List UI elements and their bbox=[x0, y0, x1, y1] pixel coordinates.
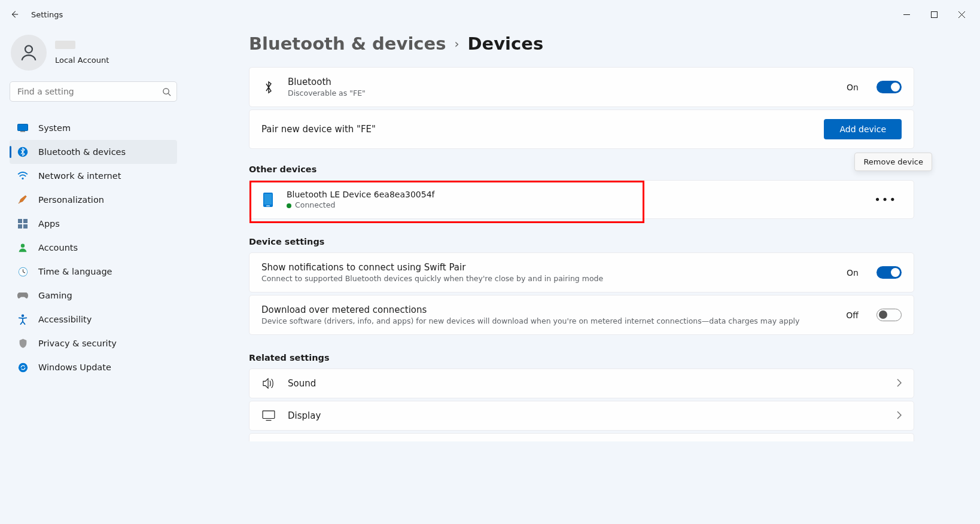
bluetooth-icon bbox=[17, 146, 29, 158]
section-related-settings: Related settings bbox=[249, 353, 914, 362]
swift-pair-toggle[interactable] bbox=[876, 266, 902, 279]
svg-point-11 bbox=[22, 178, 23, 179]
nav-item-bluetooth[interactable]: Bluetooth & devices bbox=[10, 140, 177, 164]
profile-subtitle: Local Account bbox=[55, 56, 109, 65]
svg-point-16 bbox=[21, 244, 25, 248]
nav-item-update[interactable]: Windows Update bbox=[10, 355, 177, 379]
swift-pair-state: On bbox=[847, 268, 859, 278]
accessibility-icon bbox=[17, 313, 29, 325]
window-title: Settings bbox=[31, 10, 63, 19]
svg-rect-8 bbox=[18, 124, 28, 131]
nav-label: Gaming bbox=[38, 291, 72, 300]
nav-label: Time & language bbox=[38, 267, 112, 276]
brush-icon bbox=[17, 194, 29, 206]
pair-device-card: Pair new device with "FE" Add device bbox=[249, 109, 914, 149]
monitor-icon bbox=[261, 410, 276, 421]
apps-icon bbox=[17, 218, 29, 230]
nav-item-network[interactable]: Network & internet bbox=[10, 164, 177, 188]
chevron-right-icon: › bbox=[454, 36, 459, 51]
svg-rect-24 bbox=[264, 194, 272, 205]
metered-card: Download over metered connections Device… bbox=[249, 295, 914, 335]
nav-item-accounts[interactable]: Accounts bbox=[10, 236, 177, 260]
device-more-button[interactable]: ••• bbox=[869, 191, 902, 208]
sidebar: Local Account System Bluetooth & devices… bbox=[0, 29, 185, 524]
svg-rect-15 bbox=[23, 224, 28, 229]
svg-point-5 bbox=[25, 45, 32, 53]
swift-pair-card: Show notifications to connect using Swif… bbox=[249, 252, 914, 293]
nav-label: Windows Update bbox=[38, 362, 111, 372]
nav-label: Accessibility bbox=[38, 315, 92, 324]
system-icon bbox=[17, 122, 29, 134]
nav-label: Apps bbox=[38, 219, 60, 229]
nav-label: Bluetooth & devices bbox=[38, 147, 126, 157]
breadcrumb-parent[interactable]: Bluetooth & devices bbox=[249, 33, 446, 54]
swift-pair-sub: Connect to supported Bluetooth devices q… bbox=[261, 274, 835, 283]
add-device-button[interactable]: Add device bbox=[824, 119, 902, 139]
phone-icon bbox=[261, 192, 275, 208]
nav-item-time[interactable]: Time & language bbox=[10, 260, 177, 284]
maximize-button[interactable] bbox=[920, 5, 948, 24]
svg-line-7 bbox=[168, 93, 171, 96]
svg-rect-2 bbox=[931, 11, 937, 17]
metered-toggle[interactable] bbox=[876, 309, 902, 321]
svg-rect-14 bbox=[18, 224, 22, 229]
bluetooth-toggle-card: Bluetooth Discoverable as "FE" On bbox=[249, 67, 914, 107]
main-content: Bluetooth & devices › Devices Bluetooth … bbox=[185, 29, 980, 524]
nav-item-apps[interactable]: Apps bbox=[10, 212, 177, 236]
wifi-icon bbox=[17, 170, 29, 182]
update-icon bbox=[17, 361, 29, 373]
bluetooth-title: Bluetooth bbox=[288, 77, 835, 87]
pair-text: Pair new device with "FE" bbox=[261, 124, 812, 135]
bluetooth-toggle[interactable] bbox=[876, 81, 902, 93]
nav-label: System bbox=[38, 123, 71, 133]
device-status: Connected bbox=[287, 200, 857, 209]
device-name: Bluetooth LE Device 6ea8ea30054f bbox=[287, 190, 857, 199]
bluetooth-sub: Discoverable as "FE" bbox=[288, 89, 835, 98]
swift-pair-title: Show notifications to connect using Swif… bbox=[261, 262, 835, 273]
profile-block[interactable]: Local Account bbox=[10, 32, 176, 81]
nav-item-system[interactable]: System bbox=[10, 116, 177, 140]
svg-point-6 bbox=[163, 88, 168, 93]
nav-item-privacy[interactable]: Privacy & security bbox=[10, 331, 177, 355]
nav-item-gaming[interactable]: Gaming bbox=[10, 284, 177, 307]
avatar bbox=[11, 35, 47, 71]
svg-point-22 bbox=[18, 362, 27, 371]
section-device-settings: Device settings bbox=[249, 237, 914, 246]
minimize-button[interactable] bbox=[893, 5, 920, 24]
partial-card[interactable] bbox=[249, 433, 914, 441]
search-box[interactable] bbox=[10, 81, 177, 102]
search-icon bbox=[156, 87, 176, 96]
svg-rect-26 bbox=[263, 411, 275, 419]
svg-point-21 bbox=[22, 315, 24, 317]
sound-label: Sound bbox=[288, 378, 885, 389]
profile-name-redacted bbox=[55, 41, 75, 49]
speaker-icon bbox=[261, 378, 276, 389]
bluetooth-state: On bbox=[847, 83, 859, 92]
nav-label: Network & internet bbox=[38, 171, 121, 181]
svg-rect-9 bbox=[20, 131, 25, 132]
search-input[interactable] bbox=[10, 87, 156, 96]
shield-icon bbox=[17, 337, 29, 349]
svg-rect-25 bbox=[266, 205, 270, 206]
bluetooth-icon bbox=[261, 81, 276, 94]
svg-rect-13 bbox=[23, 219, 28, 223]
device-card[interactable]: Bluetooth LE Device 6ea8ea30054f Connect… bbox=[249, 180, 914, 219]
nav-item-accessibility[interactable]: Accessibility bbox=[10, 307, 177, 331]
section-other-devices: Other devices bbox=[249, 164, 914, 174]
close-button[interactable] bbox=[948, 5, 975, 24]
nav-label: Accounts bbox=[38, 243, 78, 252]
metered-title: Download over metered connections bbox=[261, 304, 834, 315]
sound-link-card[interactable]: Sound bbox=[249, 368, 914, 398]
metered-state: Off bbox=[846, 310, 859, 320]
gaming-icon bbox=[17, 290, 29, 301]
display-link-card[interactable]: Display bbox=[249, 401, 914, 431]
titlebar: Settings bbox=[0, 0, 980, 29]
breadcrumb: Bluetooth & devices › Devices bbox=[249, 33, 914, 54]
nav-item-personalization[interactable]: Personalization bbox=[10, 188, 177, 212]
metered-sub: Device software (drivers, info, and apps… bbox=[261, 316, 834, 325]
nav-label: Privacy & security bbox=[38, 339, 117, 348]
clock-icon bbox=[17, 266, 29, 278]
chevron-right-icon bbox=[897, 411, 902, 421]
breadcrumb-current: Devices bbox=[467, 33, 543, 54]
back-button[interactable] bbox=[5, 5, 24, 24]
